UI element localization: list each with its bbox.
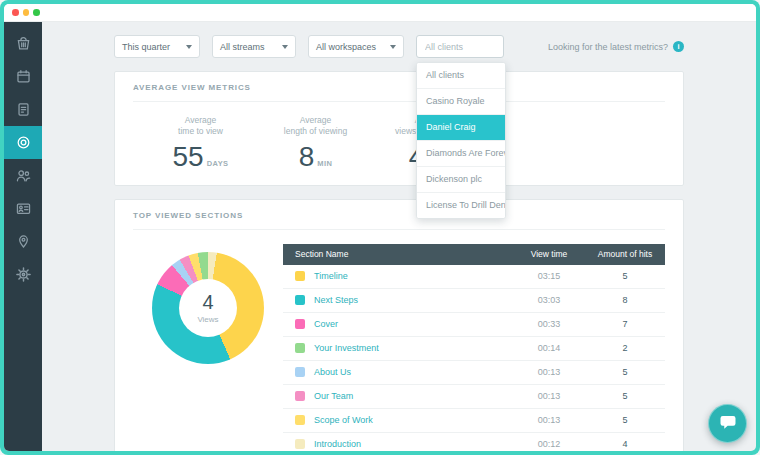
- section-name-cell: Next Steps: [314, 295, 513, 305]
- metric: Averagelength of viewing8MIN: [258, 115, 373, 171]
- section-color-swatch: [295, 367, 305, 377]
- client-dropdown-item[interactable]: License To Drill Denti...: [417, 193, 505, 218]
- sections-body: 4 Views Section Name View time Amount of…: [133, 230, 665, 451]
- metric-unit: MIN: [317, 159, 332, 168]
- hits-cell: 5: [585, 367, 665, 377]
- gear-icon: [15, 266, 32, 283]
- workspaces-filter-dropdown[interactable]: All workspaces: [308, 35, 404, 58]
- section-color-swatch: [295, 295, 305, 305]
- metric-number: 8: [299, 143, 315, 171]
- window-titlebar: [4, 4, 756, 22]
- date-range-filter-label: This quarter: [122, 42, 170, 52]
- hits-cell: 2: [585, 343, 665, 353]
- hits-cell: 8: [585, 295, 665, 305]
- zoom-window-button[interactable]: [33, 9, 40, 16]
- metric-value: 8MIN: [258, 143, 373, 171]
- column-header-section-name: Section Name: [283, 249, 513, 259]
- sections-donut-chart: 4 Views: [152, 252, 264, 364]
- top-viewed-sections-card: TOP VIEWED SECTIONS 4 Views: [114, 199, 684, 451]
- app-window: This quarter All streams All workspaces: [4, 4, 756, 451]
- donut-center-label: Views: [197, 315, 218, 324]
- section-color-swatch: [295, 391, 305, 401]
- sidebar-item-metrics[interactable]: [4, 126, 42, 159]
- date-range-filter-dropdown[interactable]: This quarter: [114, 35, 200, 58]
- section-name-cell: Cover: [314, 319, 513, 329]
- streams-filter-dropdown[interactable]: All streams: [212, 35, 296, 58]
- table-row: Introduction00:124: [283, 433, 665, 451]
- column-header-view-time: View time: [513, 249, 585, 259]
- minimize-window-button[interactable]: [23, 9, 30, 16]
- client-dropdown-item[interactable]: Daniel Craig: [417, 115, 505, 141]
- metric-label: Averagelength of viewing: [258, 115, 373, 138]
- table-row: Cover00:337: [283, 313, 665, 337]
- column-header-amount-of-hits: Amount of hits: [585, 249, 665, 259]
- chat-button[interactable]: [708, 404, 747, 443]
- donut-center-value: 4: [202, 291, 213, 314]
- metric-label: Averagetime to view: [143, 115, 258, 138]
- client-filter-input[interactable]: [416, 35, 504, 58]
- basket-icon: [15, 35, 32, 52]
- sidebar-item-locations[interactable]: [4, 225, 42, 258]
- donut-center: 4 Views: [179, 279, 237, 337]
- sidebar-item-contacts[interactable]: [4, 192, 42, 225]
- client-filter: All clientsCasino RoyaleDaniel CraigDiam…: [416, 35, 504, 58]
- table-row: Your Investment00:142: [283, 337, 665, 361]
- chevron-down-icon: [390, 45, 396, 49]
- view-time-cell: 00:12: [513, 439, 585, 449]
- section-name-cell: Scope of Work: [314, 415, 513, 425]
- client-dropdown-item[interactable]: All clients: [417, 63, 505, 89]
- sidebar-item-clients[interactable]: [4, 159, 42, 192]
- metric-number: 55: [173, 143, 204, 171]
- view-time-cell: 00:13: [513, 391, 585, 401]
- info-icon[interactable]: i: [673, 41, 684, 52]
- client-dropdown-item[interactable]: Dickenson plc: [417, 167, 505, 193]
- sections-table-header: Section Name View time Amount of hits: [283, 244, 665, 265]
- view-time-cell: 00:33: [513, 319, 585, 329]
- view-time-cell: 00:13: [513, 415, 585, 425]
- view-time-cell: 03:03: [513, 295, 585, 305]
- filter-bar: This quarter All streams All workspaces: [114, 35, 684, 58]
- view-time-cell: 03:15: [513, 271, 585, 281]
- table-row: Scope of Work00:135: [283, 409, 665, 433]
- table-row: Timeline03:155: [283, 265, 665, 289]
- hits-cell: 5: [585, 271, 665, 281]
- hits-cell: 5: [585, 391, 665, 401]
- section-name-cell: Timeline: [314, 271, 513, 281]
- table-row: Next Steps03:038: [283, 289, 665, 313]
- donut-chart-area: 4 Views: [133, 244, 283, 451]
- document-icon: [15, 101, 32, 118]
- sections-card-title: TOP VIEWED SECTIONS: [133, 211, 665, 230]
- sidebar-item-calendar[interactable]: [4, 60, 42, 93]
- app-body: This quarter All streams All workspaces: [4, 22, 756, 451]
- section-color-swatch: [295, 319, 305, 329]
- chevron-down-icon: [282, 45, 288, 49]
- view-time-cell: 00:14: [513, 343, 585, 353]
- sections-table: Section Name View time Amount of hits Ti…: [283, 244, 665, 451]
- sidebar-item-basket[interactable]: [4, 27, 42, 60]
- section-name-cell: Introduction: [314, 439, 513, 449]
- metric-unit: DAYS: [207, 159, 229, 168]
- calendar-icon: [15, 68, 32, 85]
- latest-metrics-hint: Looking for the latest metrics? i: [548, 41, 684, 52]
- metric: Averagetime to view55DAYS: [143, 115, 258, 171]
- window-frame: This quarter All streams All workspaces: [0, 0, 760, 455]
- workspaces-filter-label: All workspaces: [316, 42, 376, 52]
- client-dropdown-item[interactable]: Casino Royale: [417, 89, 505, 115]
- sidebar-item-settings[interactable]: [4, 258, 42, 291]
- hits-cell: 4: [585, 439, 665, 449]
- sidebar-item-documents[interactable]: [4, 93, 42, 126]
- streams-filter-label: All streams: [220, 42, 265, 52]
- users-icon: [15, 167, 32, 184]
- table-row: Our Team00:135: [283, 385, 665, 409]
- sections-table-body: Timeline03:155Next Steps03:038Cover00:33…: [283, 265, 665, 451]
- chevron-down-icon: [186, 45, 192, 49]
- table-row: About Us00:135: [283, 361, 665, 385]
- section-color-swatch: [295, 415, 305, 425]
- client-dropdown-menu: All clientsCasino RoyaleDaniel CraigDiam…: [416, 62, 506, 219]
- main-content: This quarter All streams All workspaces: [42, 22, 756, 451]
- location-pin-icon: [15, 233, 32, 250]
- hits-cell: 5: [585, 415, 665, 425]
- client-dropdown-item[interactable]: Diamonds Are Forev...: [417, 141, 505, 167]
- section-name-cell: Your Investment: [314, 343, 513, 353]
- close-window-button[interactable]: [12, 9, 19, 16]
